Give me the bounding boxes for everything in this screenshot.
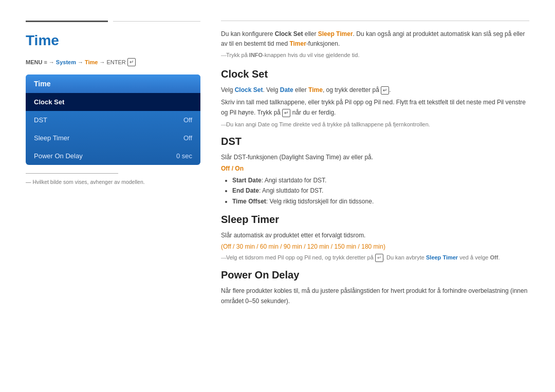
sleep-timer-label: Sleep Timer	[34, 134, 69, 142]
power-on-delay-label: Power On Delay	[34, 152, 83, 160]
dst-bullet-start-date: Start Date: Angi startdato for DST.	[232, 175, 529, 185]
dst-label: DST	[34, 116, 47, 124]
menu-label: MENU	[26, 59, 42, 65]
menu-item-sleep-timer[interactable]: Sleep Timer Off	[26, 129, 200, 147]
power-on-delay-body: Når flere produkter kobles til, må du ju…	[221, 286, 529, 307]
menu-item-clock-set[interactable]: Clock Set	[26, 93, 200, 111]
system-label: System	[56, 59, 76, 65]
top-divider	[26, 21, 200, 22]
section-title-power-on-delay: Power On Delay	[221, 269, 529, 281]
sleep-timer-note: Velg et tidsrom med Pil opp og Pil ned, …	[221, 253, 529, 262]
menu-item-power-on-delay[interactable]: Power On Delay 0 sec	[26, 147, 200, 165]
clock-set-body1: Velg Clock Set. Velg Date eller Time, og…	[221, 85, 529, 96]
clock-set-body2: Skriv inn tall med tallknappene, eller t…	[221, 98, 529, 118]
enter-icon: ↵	[127, 58, 136, 66]
arrow3: →	[99, 59, 105, 65]
sleep-timer-body1: Slår automatisk av produktet etter et fo…	[221, 231, 529, 241]
thin-divider	[113, 21, 200, 22]
footnote-left: — Hvilket bilde som vises, avhenger av m…	[26, 179, 200, 185]
intro-note: Trykk på INFO-knappen hvis du vil vise g…	[221, 52, 529, 58]
power-on-delay-value: 0 sec	[176, 152, 192, 160]
left-divider-line	[26, 173, 118, 174]
menu-icon: ≡	[44, 59, 47, 65]
section-title-sleep-timer: Sleep Timer	[221, 214, 529, 226]
menu-path: MENU ≡ → System → Time → ENTER ↵	[26, 58, 200, 66]
section-title-clock-set: Clock Set	[221, 68, 529, 80]
right-column: Du kan konfigurere Clock Set eller Sleep…	[221, 21, 529, 371]
sleep-timer-options: (Off / 30 min / 60 min / 90 min / 120 mi…	[221, 243, 529, 250]
section-title-dst: DST	[221, 136, 529, 147]
clock-set-label: Clock Set	[34, 98, 64, 106]
arrow2: →	[78, 59, 83, 65]
dst-bullet-end-date: End Date: Angi sluttdato for DST.	[232, 185, 529, 196]
sleep-timer-value: Off	[183, 134, 192, 142]
dst-bullet-list: Start Date: Angi startdato for DST. End …	[221, 175, 529, 207]
arrow1: →	[49, 59, 54, 65]
thick-divider	[26, 21, 108, 22]
right-top-divider	[221, 21, 529, 21]
page-title: Time	[26, 32, 200, 49]
menu-item-dst[interactable]: DST Off	[26, 111, 200, 129]
clock-set-note: Du kan angi Date og Time direkte ved å t…	[221, 120, 529, 129]
dst-bullet-time-offset: Time Offset: Velg riktig tidsforskjell f…	[232, 196, 529, 207]
intro-text: Du kan konfigurere Clock Set eller Sleep…	[221, 29, 529, 49]
enter-label: ENTER	[106, 59, 125, 65]
dst-status: Off / On	[221, 165, 529, 172]
left-column: Time MENU ≡ → System → Time → ENTER ↵ Ti…	[26, 21, 200, 371]
menu-box-header: Time	[26, 74, 200, 93]
dst-value: Off	[183, 116, 192, 124]
time-label: Time	[85, 59, 98, 65]
menu-box: Time Clock Set DST Off Sleep Timer Off P…	[26, 74, 200, 165]
dst-body1: Slår DST-funksjonen (Daylight Saving Tim…	[221, 153, 529, 163]
